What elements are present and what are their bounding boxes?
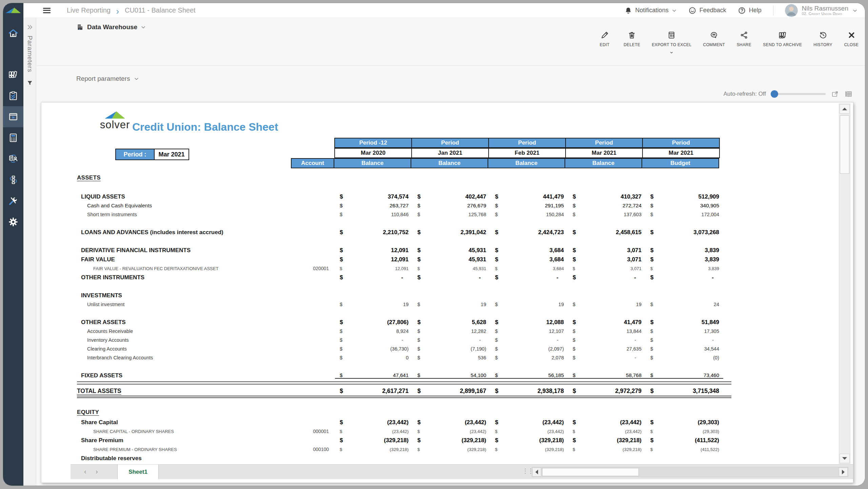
next-sheet-arrow[interactable]: › bbox=[96, 468, 98, 475]
sidebar-item-archive[interactable] bbox=[3, 64, 23, 85]
share-icon bbox=[740, 31, 748, 39]
spacer-row bbox=[77, 219, 731, 228]
delete-label: DELETE bbox=[624, 42, 640, 47]
sidebar-item-live-reporting[interactable] bbox=[3, 106, 23, 127]
amount: 125,768 bbox=[469, 212, 486, 217]
scroll-down-button[interactable] bbox=[840, 454, 850, 463]
value-cell-col0: $374,574 bbox=[335, 193, 413, 200]
row-values: $-$-$-$-$- bbox=[335, 274, 723, 281]
amount: 0 bbox=[406, 355, 409, 360]
sidebar-item-admin-tools[interactable] bbox=[3, 190, 23, 211]
currency-symbol: $ bbox=[573, 229, 576, 236]
amount: 56,185 bbox=[548, 372, 564, 378]
value-cell-col0: $(329,218) bbox=[335, 447, 413, 452]
sidebar-item-tasks[interactable] bbox=[3, 85, 23, 106]
sidebar-item-home[interactable] bbox=[3, 23, 23, 44]
currency-symbol: $ bbox=[650, 437, 653, 444]
currency-symbol: $ bbox=[495, 447, 497, 452]
value-cell-col4: $(29,303) bbox=[646, 429, 723, 434]
sidebar-item-collaboration[interactable] bbox=[3, 148, 23, 169]
row-label: EQUITY bbox=[77, 409, 292, 416]
currency-symbol: $ bbox=[573, 302, 575, 307]
amount: 8,924 bbox=[396, 328, 409, 334]
currency-symbol: $ bbox=[650, 247, 653, 254]
sidebar-item-budgeting[interactable] bbox=[3, 127, 23, 148]
row-values: $12,091$45,931$3,684$3,071$3,839 bbox=[335, 266, 723, 271]
value-cell-col0: $- bbox=[335, 337, 413, 343]
currency-symbol: $ bbox=[417, 346, 420, 352]
currency-symbol: $ bbox=[340, 419, 343, 426]
user-menu[interactable]: Nils Rasmussen 02. Credit Union Demo bbox=[785, 4, 857, 17]
delete-button[interactable]: DELETE bbox=[624, 31, 640, 47]
value-cell-col4: $24 bbox=[646, 302, 723, 307]
share-button[interactable]: SHARE bbox=[736, 31, 751, 47]
send-to-archive-button[interactable]: SEND TO ARCHIVE bbox=[763, 31, 802, 47]
value-cell-col2: $2,078 bbox=[490, 355, 568, 360]
hamburger-menu-icon[interactable] bbox=[43, 8, 51, 13]
row-values: $2,210,752$2,391,042$2,424,723$2,458,615… bbox=[335, 229, 723, 236]
currency-symbol: $ bbox=[495, 437, 498, 444]
date-header-1: Jan 2021 bbox=[411, 148, 489, 158]
edit-button[interactable]: EDIT bbox=[597, 31, 612, 47]
sidebar-item-process[interactable] bbox=[3, 169, 23, 190]
currency-symbol: $ bbox=[340, 274, 343, 281]
value-cell-col2: $441,479 bbox=[490, 193, 568, 200]
currency-symbol: $ bbox=[650, 372, 653, 378]
currency-symbol: $ bbox=[573, 319, 576, 326]
value-cell-col3: $- bbox=[568, 337, 646, 343]
period-header-3: Period bbox=[565, 138, 643, 148]
value-cell-col3: $(23,442) bbox=[568, 429, 646, 434]
scroll-up-button[interactable] bbox=[840, 104, 850, 114]
date-header-3: Mar 2021 bbox=[565, 148, 643, 158]
open-in-new-icon[interactable] bbox=[831, 90, 839, 98]
sidebar-item-settings[interactable] bbox=[3, 211, 23, 232]
report-parameters-toggle[interactable]: Report parameters bbox=[76, 75, 139, 82]
help-button[interactable]: Help bbox=[738, 6, 762, 15]
prev-sheet-arrow[interactable]: ‹ bbox=[84, 468, 86, 475]
amount: (329,218) bbox=[623, 447, 642, 452]
vertical-scroll-thumb[interactable] bbox=[840, 115, 849, 174]
notifications-button[interactable]: Notifications bbox=[624, 6, 677, 15]
feedback-button[interactable]: Feedback bbox=[688, 6, 726, 15]
filter-funnel-icon[interactable] bbox=[26, 80, 33, 87]
value-cell-col3: $- bbox=[568, 355, 646, 360]
scroll-right-button[interactable] bbox=[839, 468, 848, 476]
table-row: TOTAL ASSETS$2,617,271$2,899,167$2,938,1… bbox=[77, 387, 731, 398]
parameters-rail-label[interactable]: Parameters bbox=[26, 36, 34, 72]
value-cell-col0: $- bbox=[335, 274, 413, 281]
vertical-scrollbar[interactable] bbox=[839, 104, 850, 464]
currency-symbol: $ bbox=[417, 212, 420, 217]
auto-refresh-slider[interactable] bbox=[771, 93, 826, 95]
value-cell-col3: $3,071 bbox=[568, 256, 646, 263]
breadcrumb-live-reporting[interactable]: Live Reporting bbox=[67, 6, 111, 14]
sheet-tab-sheet1[interactable]: Sheet1 bbox=[117, 465, 159, 479]
currency-symbol: $ bbox=[495, 212, 498, 217]
history-button[interactable]: HISTORY bbox=[813, 31, 832, 47]
currency-symbol: $ bbox=[340, 319, 343, 326]
amount: 2,424,723 bbox=[538, 229, 564, 236]
export-to-excel-button[interactable]: EXPORT TO EXCEL bbox=[652, 31, 691, 53]
expand-parameters-icon[interactable] bbox=[27, 24, 33, 30]
period-header-1: Period bbox=[411, 138, 489, 148]
amount: 536 bbox=[478, 355, 486, 360]
data-source-dropdown[interactable]: Data Warehouse bbox=[76, 23, 146, 31]
horizontal-scroll-thumb[interactable] bbox=[542, 468, 639, 476]
comment-button[interactable]: COMMENT bbox=[703, 31, 725, 47]
scroll-left-button[interactable] bbox=[532, 468, 541, 476]
gear-icon bbox=[8, 217, 18, 227]
row-values: $(36,730)$(7,190)$(2,097)$27,635$34,544 bbox=[335, 346, 723, 352]
horizontal-scrollbar[interactable] bbox=[532, 467, 848, 477]
value-cell-col0: $19 bbox=[335, 302, 413, 307]
grid-view-icon[interactable] bbox=[845, 90, 853, 98]
value-cell-col0: $0 bbox=[335, 355, 413, 360]
currency-symbol: $ bbox=[340, 212, 342, 217]
auto-refresh-knob[interactable] bbox=[771, 90, 778, 98]
amount: - bbox=[712, 274, 714, 281]
currency-symbol: $ bbox=[417, 256, 420, 263]
currency-symbol: $ bbox=[650, 447, 653, 452]
close-button[interactable]: CLOSE bbox=[844, 31, 859, 47]
calculator-icon bbox=[8, 133, 18, 143]
amount: 45,931 bbox=[469, 256, 486, 263]
table-row: FAIR VALUE - REVALUATION FEC DERITAXATIO… bbox=[77, 264, 731, 273]
currency-symbol: $ bbox=[650, 419, 653, 426]
